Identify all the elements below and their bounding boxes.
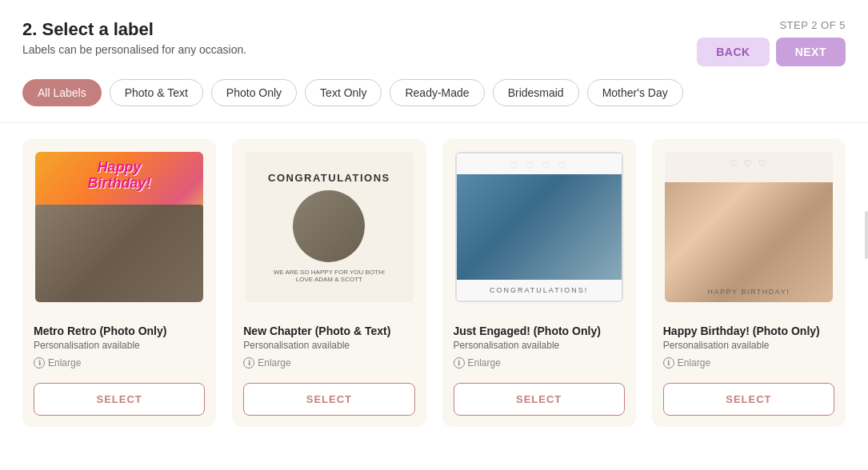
enlarge-new-chapter[interactable]: ℹ Enlarge: [243, 357, 414, 368]
card-inner-new-chapter: CONGRATULATIONS WE ARE SO HAPPY FOR YOU …: [245, 152, 413, 302]
card-subtitle-new-chapter: Personalisation available: [243, 340, 414, 351]
filter-btn-mothers-day[interactable]: Mother's Day: [587, 79, 683, 106]
card-info-new-chapter: New Chapter (Photo & Text) Personalisati…: [232, 315, 426, 383]
next-button[interactable]: NEXT: [776, 38, 846, 66]
card-info-metro-retro: Metro Retro (Photo Only) Personalisation…: [22, 315, 216, 383]
page-title: 2. Select a label: [22, 19, 246, 40]
enlarge-label-happy-birthday: Enlarge: [678, 357, 710, 368]
info-icon-just-engaged: ℹ: [454, 357, 465, 368]
card-subtitle-just-engaged: Personalisation available: [454, 340, 625, 351]
card-photo-inner-metro-retro: [35, 205, 203, 302]
card-title-metro-retro: Metro Retro (Photo Only): [34, 325, 205, 337]
card-inner-metro-retro: HappyBirthday!: [35, 152, 203, 302]
card-info-just-engaged: Just Engaged! (Photo Only) Personalisati…: [442, 315, 636, 383]
card-congratulations-title: CONGRATULATIONS: [268, 172, 390, 184]
card-just-engaged: ♡ ♡ ♡ ♡ CONGRATULATIONS! Just Engaged! (…: [442, 139, 636, 427]
enlarge-label-just-engaged: Enlarge: [468, 357, 501, 368]
card-photo-metro-retro: [35, 205, 203, 302]
card-info-happy-birthday: Happy Birthday! (Photo Only) Personalisa…: [652, 315, 846, 383]
header-right: STEP 2 OF 5 BACK NEXT: [697, 19, 846, 66]
card-new-chapter: CONGRATULATIONS WE ARE SO HAPPY FOR YOU …: [232, 139, 426, 427]
nav-buttons: BACK NEXT: [697, 38, 846, 66]
info-icon-happy-birthday: ℹ: [663, 357, 674, 368]
card-happy-birthday: ♡ ♡ ♡ HAPPY BIRTHDAY! Happy Birthday! (P…: [652, 139, 846, 427]
page-subtitle: Labels can be personalised for any occas…: [22, 43, 246, 56]
card-label-happy-birthday: HAPPY BIRTHDAY!: [708, 288, 790, 296]
card-metro-retro: HappyBirthday! Metro Retro (Photo Only) …: [22, 139, 216, 427]
enlarge-just-engaged[interactable]: ℹ Enlarge: [454, 357, 625, 368]
card-inner-happy-birthday: ♡ ♡ ♡ HAPPY BIRTHDAY!: [665, 152, 833, 302]
card-photo-just-engaged: [457, 174, 622, 280]
header-left: 2. Select a label Labels can be personal…: [22, 19, 246, 56]
card-hearts-happy-birthday: ♡ ♡ ♡: [729, 158, 769, 169]
card-label-just-engaged: CONGRATULATIONS!: [490, 286, 588, 294]
card-photo-happy-birthday: [665, 182, 833, 302]
card-bg-metro-retro: HappyBirthday!: [35, 152, 203, 302]
card-photo-new-chapter: [293, 190, 365, 262]
enlarge-metro-retro[interactable]: ℹ Enlarge: [34, 357, 205, 368]
card-subtitle-happy-birthday: Personalisation available: [663, 340, 834, 351]
divider: [0, 122, 868, 123]
enlarge-happy-birthday[interactable]: ℹ Enlarge: [663, 357, 834, 368]
filter-btn-text-only[interactable]: Text Only: [305, 79, 382, 106]
scrollbar[interactable]: [865, 211, 868, 259]
card-image-just-engaged: ♡ ♡ ♡ ♡ CONGRATULATIONS!: [442, 139, 636, 315]
cards-grid: HappyBirthday! Metro Retro (Photo Only) …: [0, 139, 868, 449]
info-icon-new-chapter: ℹ: [243, 357, 254, 368]
card-bg-happy-birthday: ♡ ♡ ♡ HAPPY BIRTHDAY!: [665, 152, 833, 302]
card-title-just-engaged: Just Engaged! (Photo Only): [454, 325, 625, 337]
card-image-new-chapter: CONGRATULATIONS WE ARE SO HAPPY FOR YOU …: [232, 139, 426, 315]
card-bg-just-engaged: ♡ ♡ ♡ ♡ CONGRATULATIONS!: [455, 152, 623, 302]
card-hearts-just-engaged: ♡ ♡ ♡ ♡: [509, 160, 569, 171]
card-title-new-chapter: New Chapter (Photo & Text): [243, 325, 414, 337]
card-title-happy-birthday: Happy Birthday! (Photo Only): [663, 325, 834, 337]
card-subtitle-metro-retro: Personalisation available: [34, 340, 205, 351]
back-button[interactable]: BACK: [697, 38, 769, 66]
filter-btn-all[interactable]: All Labels: [22, 79, 102, 106]
step-label: STEP 2 OF 5: [779, 19, 846, 31]
page-header: 2. Select a label Labels can be personal…: [0, 0, 868, 79]
select-button-happy-birthday[interactable]: SELECT: [663, 383, 834, 416]
select-button-metro-retro[interactable]: SELECT: [34, 383, 205, 416]
card-image-happy-birthday: ♡ ♡ ♡ HAPPY BIRTHDAY!: [652, 139, 846, 315]
filter-bar: All LabelsPhoto & TextPhoto OnlyText Onl…: [0, 79, 868, 122]
card-image-metro-retro: HappyBirthday!: [22, 139, 216, 315]
card-inner-just-engaged: ♡ ♡ ♡ ♡ CONGRATULATIONS!: [455, 152, 623, 302]
filter-btn-photo-only[interactable]: Photo Only: [211, 79, 297, 106]
filter-btn-ready-made[interactable]: Ready-Made: [390, 79, 484, 106]
filter-btn-bridesmaid[interactable]: Bridesmaid: [493, 79, 579, 106]
card-bg-new-chapter: CONGRATULATIONS WE ARE SO HAPPY FOR YOU …: [245, 152, 413, 302]
select-button-just-engaged[interactable]: SELECT: [454, 383, 625, 416]
enlarge-label-new-chapter: Enlarge: [258, 357, 290, 368]
filter-btn-photo-text[interactable]: Photo & Text: [110, 79, 203, 106]
card-text-new-chapter: WE ARE SO HAPPY FOR YOU BOTH!LOVE ADAM &…: [274, 269, 385, 283]
info-icon-metro-retro: ℹ: [34, 357, 45, 368]
card-text-birthday: HappyBirthday!: [88, 160, 151, 192]
select-button-new-chapter[interactable]: SELECT: [243, 383, 414, 416]
enlarge-label-metro-retro: Enlarge: [48, 357, 81, 368]
